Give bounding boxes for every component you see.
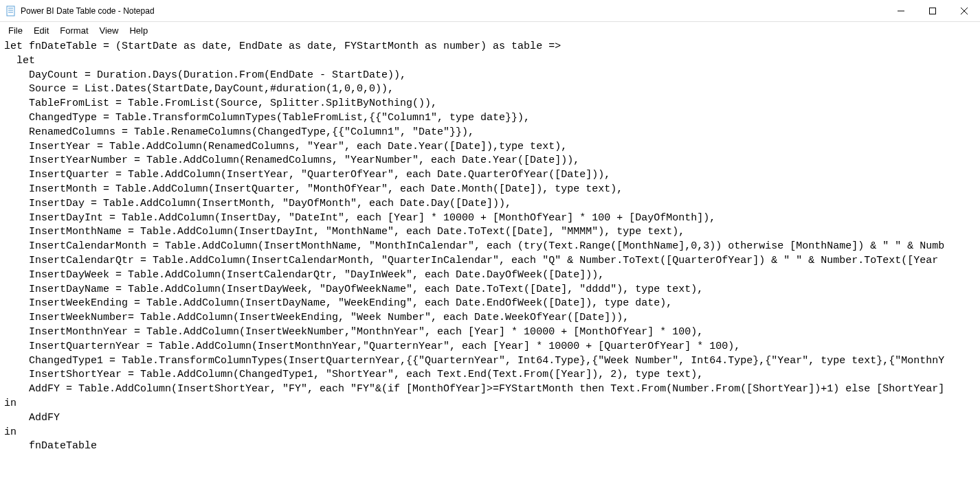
svg-rect-0 xyxy=(7,6,14,16)
menu-help[interactable]: Help xyxy=(124,24,153,37)
maximize-button[interactable] xyxy=(917,0,948,21)
close-button[interactable] xyxy=(948,0,980,21)
window-controls xyxy=(885,0,980,21)
titlebar: Power BI Date Table code - Notepad xyxy=(0,0,980,22)
menu-edit[interactable]: Edit xyxy=(28,24,54,37)
menubar: File Edit Format View Help xyxy=(0,22,980,38)
minimize-button[interactable] xyxy=(885,0,917,21)
menu-view[interactable]: View xyxy=(94,24,124,37)
text-editor[interactable]: let fnDateTable = (StartDate as date, En… xyxy=(0,38,980,482)
menu-format[interactable]: Format xyxy=(54,24,93,37)
svg-rect-5 xyxy=(930,8,936,14)
notepad-icon xyxy=(5,5,16,16)
menu-file[interactable]: File xyxy=(3,24,28,37)
window-title: Power BI Date Table code - Notepad xyxy=(21,6,885,16)
